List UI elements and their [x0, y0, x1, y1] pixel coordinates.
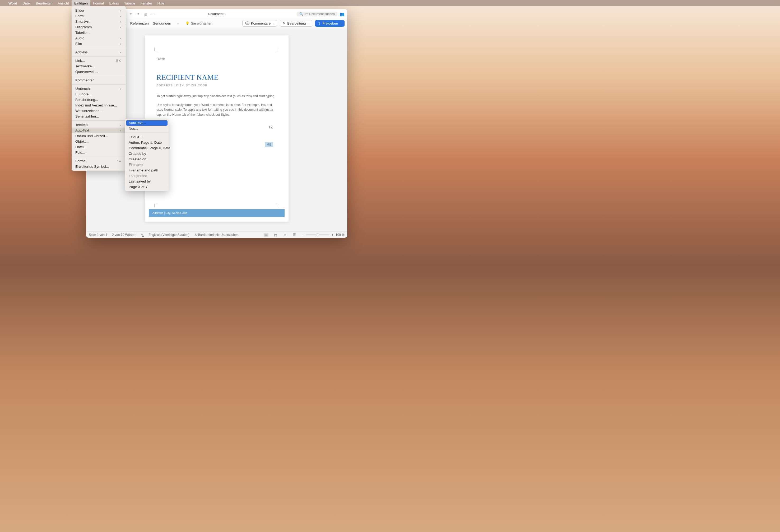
- page-indicator[interactable]: Seite 1 von 1: [89, 233, 107, 237]
- tell-me[interactable]: 💡 Sie wünschen: [185, 21, 212, 25]
- word-count[interactable]: 2 von 70 Wörtern: [112, 233, 136, 237]
- print-layout-icon[interactable]: ▤: [273, 233, 278, 237]
- menu-separator: [125, 132, 168, 133]
- menu-ansicht[interactable]: Ansicht: [55, 0, 71, 6]
- menu-item[interactable]: Seitenzahlen...: [71, 114, 126, 119]
- web-layout-icon[interactable]: ≣: [283, 233, 288, 237]
- menu-item[interactable]: Tabelle...: [71, 30, 126, 36]
- menu-item[interactable]: Diagramm›: [71, 24, 126, 30]
- share-button[interactable]: ⇧ Freigeben ⌄: [315, 20, 345, 27]
- menu-item[interactable]: Datei...: [71, 144, 126, 150]
- menu-item[interactable]: Objekt...: [71, 139, 126, 144]
- editing-label: Bearbeitung: [287, 21, 306, 25]
- menu-item[interactable]: Datum und Uhrzeit...: [71, 133, 126, 139]
- menu-item[interactable]: Kommentar: [71, 77, 126, 83]
- share-label: Freigeben: [322, 21, 338, 25]
- menu-item[interactable]: Page X of Y: [125, 184, 168, 190]
- margin-corner: [275, 204, 279, 207]
- date-placeholder[interactable]: Date: [156, 57, 277, 61]
- menu-hilfe[interactable]: Hilfe: [155, 0, 167, 6]
- accessibility-indicator[interactable]: ♿︎ Barrierefreiheit: Untersuchen: [194, 233, 239, 237]
- menu-item-label: Film: [75, 42, 82, 46]
- menu-item[interactable]: Created on: [125, 156, 168, 162]
- menu-item[interactable]: Form›: [71, 13, 126, 19]
- zoom-value[interactable]: 100 %: [336, 233, 345, 237]
- menu-extras[interactable]: Extras: [106, 0, 121, 6]
- menu-tabelle[interactable]: Tabelle: [121, 0, 138, 6]
- menu-item[interactable]: Audio›: [71, 36, 126, 41]
- tabs-overflow-icon[interactable]: ››: [177, 22, 179, 25]
- menu-item-label: Index und Verzeichnisse...: [75, 103, 117, 107]
- menu-item[interactable]: Formel⌃=: [71, 158, 126, 164]
- menu-format[interactable]: Format: [90, 0, 106, 6]
- search-placeholder: Im Dokument suchen: [305, 12, 335, 16]
- undo-icon[interactable]: ↶: [129, 12, 133, 16]
- menu-item-label: Erweitertes Symbol...: [75, 165, 109, 168]
- menu-item-label: Umbruch: [75, 87, 90, 91]
- menu-item[interactable]: Beschriftung...: [71, 97, 126, 103]
- focus-view-icon[interactable]: ▭: [264, 233, 269, 237]
- menu-item[interactable]: Neu...: [125, 126, 168, 131]
- menu-item[interactable]: Author, Page #, Date: [125, 140, 168, 145]
- redo-icon[interactable]: ↷: [136, 12, 141, 16]
- zoom-slider[interactable]: [306, 234, 330, 235]
- closing-fragment[interactable]: LY,: [269, 125, 273, 129]
- menu-item[interactable]: Filename: [125, 162, 168, 167]
- outline-view-icon[interactable]: ☰: [292, 233, 297, 237]
- address-line[interactable]: ADDRESS | CITY, ST ZIP CODE: [156, 84, 277, 87]
- tab-sendungen[interactable]: Sendungen: [153, 20, 171, 27]
- margin-corner: [154, 204, 158, 207]
- menu-item[interactable]: - PAGE -: [125, 134, 168, 140]
- menu-item[interactable]: Querverweis...: [71, 69, 126, 74]
- menu-item[interactable]: Link...⌘K: [71, 58, 126, 63]
- spellcheck-icon[interactable]: ✎̲: [141, 233, 144, 237]
- search-input[interactable]: 🔍 Im Dokument suchen: [297, 12, 337, 16]
- editing-mode-button[interactable]: ✎ Bearbeitung ⌄: [280, 20, 312, 27]
- menu-item[interactable]: AutoText›: [71, 127, 126, 133]
- menu-item[interactable]: AutoText...: [126, 120, 167, 126]
- recipient-name[interactable]: RECIPIENT NAME: [156, 73, 277, 82]
- menu-item[interactable]: Created by: [125, 151, 168, 156]
- menu-item-label: Feld...: [75, 151, 85, 155]
- zoom-in-icon[interactable]: +: [332, 233, 334, 237]
- body-paragraph[interactable]: To get started right away, just tap any …: [156, 94, 277, 99]
- zoom-control[interactable]: − + 100 %: [302, 233, 345, 237]
- menu-item[interactable]: Erweitertes Symbol...: [71, 164, 126, 169]
- menu-item[interactable]: Film›: [71, 41, 126, 47]
- app-name[interactable]: Word: [6, 0, 20, 6]
- menu-item[interactable]: Index und Verzeichnisse...: [71, 103, 126, 108]
- print-icon[interactable]: ⎙: [143, 12, 148, 16]
- menu-item[interactable]: Textfeld›: [71, 122, 126, 127]
- menu-item[interactable]: Last saved by: [125, 178, 168, 184]
- share-people-icon[interactable]: 👥: [340, 12, 345, 16]
- body-paragraph[interactable]: Use styles to easily format your Word do…: [156, 103, 277, 117]
- your-name-placeholder[interactable]: ME: [265, 142, 273, 147]
- menu-shortcut: ⌃=: [116, 159, 121, 163]
- menu-item[interactable]: Confidential, Page #, Date: [125, 145, 168, 151]
- tab-referenzen[interactable]: Referenzen: [130, 20, 149, 27]
- menu-item[interactable]: Last printed: [125, 173, 168, 178]
- menu-item[interactable]: Bilder›: [71, 8, 126, 13]
- menu-einfuegen[interactable]: Einfügen: [71, 0, 90, 6]
- page-footer[interactable]: Address | City, St Zip Code: [149, 209, 285, 217]
- menu-item[interactable]: Feld...: [71, 150, 126, 155]
- menu-item[interactable]: Umbruch›: [71, 86, 126, 91]
- menu-item-label: Created by: [129, 152, 146, 156]
- menu-item[interactable]: Wasserzeichen...: [71, 108, 126, 114]
- menu-item[interactable]: Textmarke...: [71, 63, 126, 69]
- comments-button[interactable]: 💬 Kommentare ⌄: [242, 20, 277, 27]
- zoom-out-icon[interactable]: −: [302, 233, 304, 237]
- menu-item[interactable]: Filename and path: [125, 167, 168, 173]
- menu-item[interactable]: SmartArt›: [71, 19, 126, 24]
- menu-fenster[interactable]: Fenster: [138, 0, 155, 6]
- menu-datei[interactable]: Datei: [20, 0, 33, 6]
- language-indicator[interactable]: Englisch (Vereinigte Staaten): [148, 233, 189, 237]
- more-qat-icon[interactable]: ⋯: [151, 12, 155, 16]
- menu-item-label: Audio: [75, 36, 85, 40]
- menu-item-label: Kommentar: [75, 78, 94, 82]
- menu-item-label: Filename and path: [129, 168, 158, 172]
- submenu-arrow-icon: ›: [120, 123, 121, 126]
- menu-bearbeiten[interactable]: Bearbeiten: [33, 0, 55, 6]
- menu-item[interactable]: Add-Ins›: [71, 49, 126, 55]
- menu-item[interactable]: Fußnote...: [71, 91, 126, 97]
